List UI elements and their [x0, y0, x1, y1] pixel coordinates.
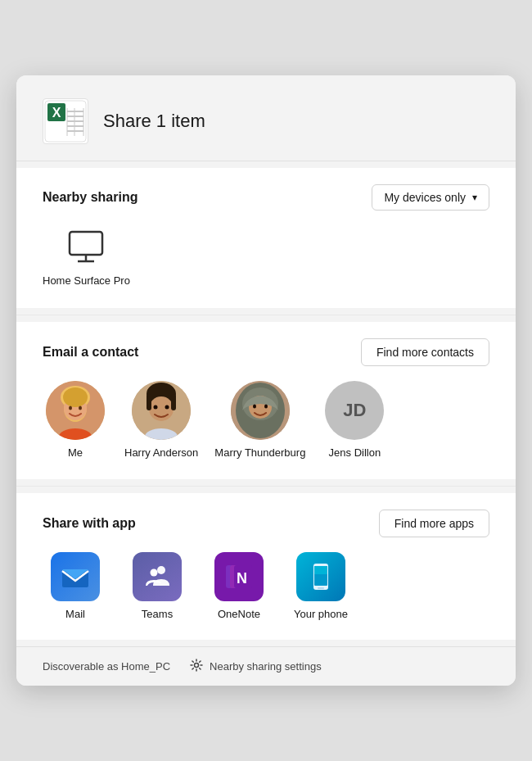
- svg-point-37: [157, 566, 165, 574]
- svg-point-20: [79, 405, 82, 410]
- svg-rect-45: [314, 566, 327, 574]
- svg-point-27: [154, 405, 158, 409]
- chevron-down-icon: ▾: [472, 192, 477, 203]
- avatar-marry: [231, 381, 290, 440]
- dropdown-label: My devices only: [384, 191, 466, 204]
- app-item-teams[interactable]: Teams: [124, 552, 190, 620]
- app-item-mail[interactable]: Mail: [43, 552, 108, 620]
- contact-item-jens[interactable]: JD Jens Dillon: [322, 381, 387, 460]
- onenote-app-icon: N: [214, 552, 264, 601]
- contact-item-me[interactable]: Me: [43, 381, 108, 460]
- nearby-sharing-section: Nearby sharing My devices only ▾ Home Su…: [16, 168, 516, 308]
- contact-item-harry[interactable]: Harry Anderson: [124, 381, 198, 460]
- gear-icon: [190, 659, 203, 674]
- contact-item-marry[interactable]: Marry Thunderburg: [214, 381, 305, 460]
- svg-rect-25: [147, 394, 151, 410]
- nearby-sharing-title: Nearby sharing: [43, 190, 138, 205]
- svg-point-38: [151, 569, 158, 577]
- contact-name-harry: Harry Anderson: [124, 446, 198, 460]
- app-label-yourphone: Your phone: [294, 608, 348, 620]
- file-icon: X: [43, 98, 88, 144]
- app-label-teams: Teams: [142, 608, 173, 620]
- avatar-harry: [132, 381, 191, 440]
- dialog-title: Share 1 item: [103, 111, 205, 132]
- apps-row: Mail Teams: [43, 552, 489, 620]
- contacts-row: Me: [43, 381, 489, 460]
- svg-point-35: [264, 404, 268, 408]
- dialog-footer: Discoverable as Home_PC Nearby sharing s…: [16, 646, 516, 686]
- svg-text:X: X: [52, 106, 61, 120]
- email-contact-title: Email a contact: [43, 345, 138, 360]
- devices-row: Home Surface Pro: [43, 225, 489, 288]
- svg-rect-26: [171, 394, 176, 410]
- settings-label: Nearby sharing settings: [210, 660, 322, 673]
- svg-point-18: [63, 387, 88, 407]
- find-more-apps-button[interactable]: Find more apps: [379, 510, 489, 537]
- svg-text:N: N: [237, 570, 247, 587]
- app-label-mail: Mail: [65, 608, 85, 620]
- monitor-icon: [65, 225, 107, 268]
- dialog-header: X Share 1 item: [16, 75, 516, 161]
- contact-name-marry: Marry Thunderburg: [214, 446, 305, 460]
- contact-name-jens: Jens Dillon: [329, 446, 381, 460]
- svg-point-28: [165, 405, 169, 409]
- share-dialog: X Share 1 item Nearby sharing My devices…: [16, 75, 516, 686]
- email-contact-section: Email a contact Find more contacts: [16, 322, 516, 480]
- contact-name-me: Me: [68, 446, 83, 460]
- teams-app-icon: [133, 552, 182, 601]
- my-devices-dropdown[interactable]: My devices only ▾: [372, 184, 489, 211]
- share-with-app-section: Share with app Find more apps Mail: [16, 493, 516, 640]
- app-item-onenote[interactable]: N OneNote: [206, 552, 272, 620]
- svg-point-34: [253, 404, 256, 408]
- app-label-onenote: OneNote: [218, 608, 260, 620]
- svg-rect-46: [318, 587, 324, 589]
- discoverable-text: Discoverable as Home_PC: [43, 660, 170, 673]
- nearby-sharing-settings-button[interactable]: Nearby sharing settings: [190, 659, 322, 674]
- svg-point-19: [69, 405, 72, 410]
- yourphone-app-icon: [296, 552, 345, 601]
- svg-rect-11: [70, 232, 102, 255]
- svg-point-47: [195, 664, 199, 668]
- find-more-contacts-button[interactable]: Find more contacts: [361, 338, 489, 366]
- device-label: Home Surface Pro: [43, 274, 130, 288]
- app-item-yourphone[interactable]: Your phone: [288, 552, 354, 620]
- avatar-jens: JD: [325, 381, 384, 440]
- avatar-me: [46, 381, 105, 440]
- mail-app-icon: [51, 552, 100, 601]
- share-with-app-title: Share with app: [43, 516, 136, 531]
- device-item-home-surface-pro[interactable]: Home Surface Pro: [43, 225, 130, 288]
